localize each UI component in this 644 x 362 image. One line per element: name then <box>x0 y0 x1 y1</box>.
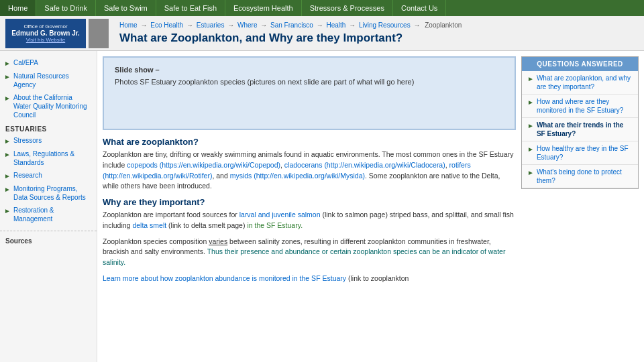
section2-text1: Zooplankton are important food sources f… <box>103 210 239 219</box>
questions-box: QUESTIONS ANSWERED ► What are zooplankto… <box>521 56 639 189</box>
arrow-icon: ► <box>4 94 11 103</box>
arrow-icon: ► <box>4 150 11 159</box>
sidebar-item-restoration[interactable]: ► Restoration & Management <box>0 204 97 225</box>
arrow-icon: ► <box>527 98 534 107</box>
arrow-icon: ► <box>4 72 11 81</box>
sidebar: ► Cal/EPA ► Natural Resources Agency ► A… <box>0 51 97 362</box>
slideshow-title: Slide show – <box>115 66 504 74</box>
breadcrumb-home[interactable]: Home <box>119 21 138 29</box>
sidebar-label-restoration: Restoration & Management <box>13 206 91 223</box>
breadcrumb-zooplankton: Zooplankton <box>425 21 462 29</box>
link-delta-smelt[interactable]: delta smelt <box>132 221 166 229</box>
question-item-3[interactable]: ► How healthy are they in the SF Estuary… <box>522 141 638 165</box>
nav-stressors[interactable]: Stressors & Processes <box>302 0 393 16</box>
sidebar-label-stressors: Stressors <box>13 136 42 145</box>
sidebar-item-research[interactable]: ► Research <box>0 169 97 182</box>
arrow-icon: ► <box>527 74 534 83</box>
link-cladocerans[interactable]: cladocerans (http://en.wikipedia.org/wik… <box>284 161 445 169</box>
arrow-icon: ► <box>4 59 11 68</box>
main-content: Slide show – Photos SF Estuary zooplankt… <box>103 56 516 357</box>
logo-office: Office of Governor <box>23 23 67 29</box>
sources-label: Sources <box>5 237 32 245</box>
sidebar-label-natural-resources: Natural Resources Agency <box>13 72 91 89</box>
governor-logo: Office of Governor Edmund G. Brown Jr. V… <box>5 19 86 48</box>
top-navigation: Home Safe to Drink Safe to Swim Safe to … <box>0 0 644 16</box>
question-label-0: What are zooplankton, and why are they i… <box>537 74 633 91</box>
link-learn-more[interactable]: Learn more about how zooplankton abundan… <box>103 274 346 282</box>
question-item-1[interactable]: ► How and where are they monitored in th… <box>522 95 638 118</box>
section2-text2: Zooplankton species composition <box>103 237 209 245</box>
sidebar-label-research: Research <box>13 171 42 180</box>
link-mysids[interactable]: mysids (http://en.wikipedia.org/wiki/Mys… <box>230 172 365 180</box>
breadcrumb-living-resources[interactable]: Living Resources <box>359 21 411 29</box>
sidebar-item-about[interactable]: ► About the California Water Quality Mon… <box>0 91 97 121</box>
question-item-4[interactable]: ► What's being done to protect them? <box>522 165 638 188</box>
questions-panel: QUESTIONS ANSWERED ► What are zooplankto… <box>521 56 639 357</box>
link-copepods[interactable]: copepods (https://en.wikipedia.org/wiki/… <box>127 161 280 169</box>
section3-body: Learn more about how zooplankton abundan… <box>103 274 516 284</box>
nav-safe-drink[interactable]: Safe to Drink <box>36 0 96 16</box>
sidebar-item-monitoring[interactable]: ► Monitoring Programs, Data Sources & Re… <box>0 182 97 204</box>
section3-text: (link to zooplankton <box>346 274 409 282</box>
section2-green: in the SF Estuary. <box>247 221 303 229</box>
page-title: What are Zooplankton, and Why are they I… <box>119 32 639 45</box>
content-area: Slide show – Photos SF Estuary zooplankt… <box>97 51 644 362</box>
section2-text1c: (link to delta smelt page) <box>166 221 247 229</box>
arrow-icon: ► <box>4 137 11 145</box>
sidebar-label-laws: Laws, Regulations & Standards <box>13 149 91 167</box>
question-item-2[interactable]: ► What are their trends in the SF Estuar… <box>522 118 638 141</box>
logo-visit-link[interactable]: Visit his Website <box>26 37 65 43</box>
arrow-icon: ► <box>4 206 11 215</box>
questions-header: QUESTIONS ANSWERED <box>522 57 638 71</box>
sidebar-section-estuaries: ESTUARIES <box>0 121 97 134</box>
breadcrumb-eco-health[interactable]: Eco Health <box>150 21 183 29</box>
breadcrumb-where[interactable]: Where <box>237 21 257 29</box>
section2-body2: Zooplankton species composition varies b… <box>103 237 516 268</box>
arrow-icon: ► <box>527 168 534 177</box>
breadcrumb: Home → Eco Health → Estuaries → Where → … <box>119 21 639 29</box>
main-layout: ► Cal/EPA ► Natural Resources Agency ► A… <box>0 51 644 362</box>
section2-varies: varies <box>209 237 227 245</box>
nav-safe-fish[interactable]: Safe to Eat Fish <box>156 0 225 16</box>
section2-body: Zooplankton are important food sources f… <box>103 210 516 231</box>
slideshow-text: Photos SF Estuary zooplankton species (p… <box>115 78 504 86</box>
header-right: Home → Eco Health → Estuaries → Where → … <box>119 21 639 45</box>
logo-name: Edmund G. Brown Jr. <box>11 29 80 37</box>
question-label-3: How healthy are they in the SF Estuary? <box>537 144 633 162</box>
question-label-2: What are their trends in the SF Estuary? <box>537 121 633 138</box>
sidebar-item-laws[interactable]: ► Laws, Regulations & Standards <box>0 147 97 169</box>
arrow-icon: ► <box>527 145 534 154</box>
section1-title: What are zooplankton? <box>103 137 516 147</box>
arrow-icon: ► <box>4 172 11 180</box>
sidebar-label-monitoring: Monitoring Programs, Data Sources & Repo… <box>13 184 91 202</box>
nav-ecosystem-health[interactable]: Ecosystem Health <box>225 0 302 16</box>
sidebar-item-natural-resources[interactable]: ► Natural Resources Agency <box>0 70 97 91</box>
page-header: Office of Governor Edmund G. Brown Jr. V… <box>0 16 644 51</box>
question-item-0[interactable]: ► What are zooplankton, and why are they… <box>522 71 638 95</box>
nav-contact[interactable]: Contact Us <box>393 0 446 16</box>
governor-photo <box>89 19 109 48</box>
nav-home[interactable]: Home <box>0 0 36 16</box>
nav-safe-swim[interactable]: Safe to Swim <box>96 0 156 16</box>
sidebar-label-calepa: Cal/EPA <box>13 58 38 67</box>
sidebar-label-about: About the California Water Quality Monit… <box>13 93 91 119</box>
question-label-1: How and where are they monitored in the … <box>537 97 633 115</box>
logo-area: Office of Governor Edmund G. Brown Jr. V… <box>5 19 109 48</box>
arrow-icon: ► <box>527 121 534 130</box>
section1-body: Zooplankton are tiny, drifting or weakly… <box>103 149 516 192</box>
sidebar-item-calepa[interactable]: ► Cal/EPA <box>0 56 97 70</box>
breadcrumb-estuaries[interactable]: Estuaries <box>197 21 225 29</box>
breadcrumb-health[interactable]: Health <box>326 21 345 29</box>
arrow-icon: ► <box>4 185 11 194</box>
sidebar-item-stressors[interactable]: ► Stressors <box>0 134 97 147</box>
slideshow-box: Slide show – Photos SF Estuary zooplankt… <box>103 56 516 130</box>
section2-title: Why are they important? <box>103 197 516 207</box>
breadcrumb-sf[interactable]: San Francisco <box>270 21 313 29</box>
link-salmon[interactable]: larval and juvenile salmon <box>239 210 321 219</box>
question-label-4: What's being done to protect them? <box>537 168 633 185</box>
